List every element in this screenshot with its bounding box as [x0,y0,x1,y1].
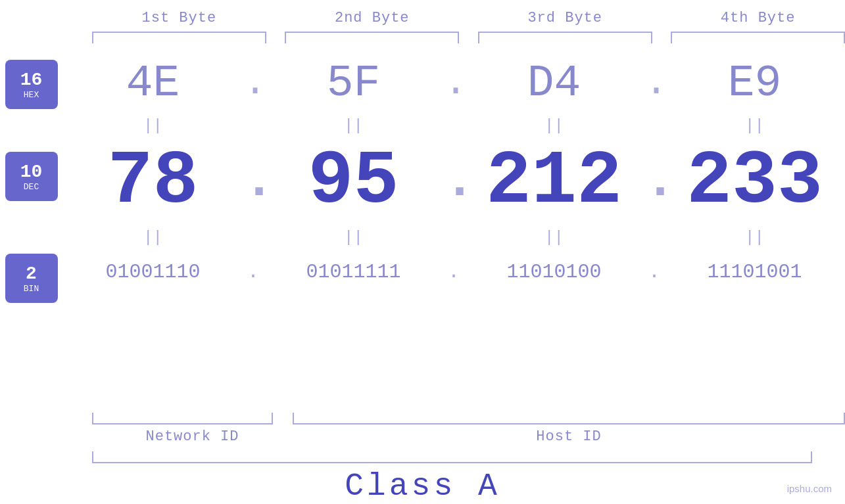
hex-row: 4E . 5F . D4 . E9 [62,53,845,112]
dot-hex-3: . [644,63,664,103]
dec-byte-2: 95 [263,144,444,219]
class-bracket [92,451,812,463]
badges-column: 16 HEX 10 DEC 2 BIN [0,53,62,409]
dec-byte-4: 233 [664,144,845,219]
eq2-1: || [62,229,243,246]
bin-byte-3: 11010100 [464,261,644,283]
dot-dec-3: . [644,155,664,208]
hex-label: HEX [24,90,39,100]
byte-label-3: 3rd Byte [478,10,652,26]
eq2-2: || [263,229,444,246]
hex-byte-4: E9 [664,58,845,108]
dot-hex-1: . [243,63,263,103]
dot-dec-1: . [243,155,263,208]
top-bracket-4 [671,32,845,43]
bottom-brackets [92,413,845,424]
eq1-3: || [464,117,644,135]
bin-row: 01001110 . 01011111 . 11010100 . 1110100… [62,250,845,293]
bin-byte-2: 01011111 [263,261,444,283]
bottom-bracket-1 [92,413,273,424]
watermark: ipshu.com [787,483,832,494]
dec-badge: 10 DEC [5,152,58,201]
bottom-bracket-host [293,413,845,424]
byte-label-2: 2nd Byte [285,10,459,26]
dot-bin-3: . [644,261,664,283]
dot-dec-2: . [444,155,464,208]
eq1-4: || [664,117,845,135]
hex-badge: 16 HEX [5,60,58,109]
main-layout: 1st Byte 2nd Byte 3rd Byte 4th Byte 16 H… [0,0,845,504]
hex-byte-3: D4 [464,58,644,108]
bin-byte-1: 01001110 [62,261,243,283]
bin-badge: 2 BIN [5,254,58,303]
top-brackets [92,32,845,43]
eq1-1: || [62,117,243,135]
dot-bin-2: . [444,261,464,283]
bin-number: 2 [26,263,37,284]
id-labels: Network ID Host ID [92,428,845,445]
main-content: 16 HEX 10 DEC 2 BIN 4E . 5F . D4 [0,53,845,409]
dec-number: 10 [20,162,43,182]
equals-row-1: || || || || [62,112,845,139]
dec-row: 78 . 95 . 212 . 233 [62,139,845,224]
eq1-2: || [263,117,444,135]
eq2-3: || [464,229,644,246]
byte-label-4: 4th Byte [671,10,845,26]
byte-label-1: 1st Byte [92,10,266,26]
class-label-row: Class A [0,469,845,504]
hex-byte-1: 4E [62,58,243,108]
hex-byte-2: 5F [263,58,444,108]
equals-row-2: || || || || [62,224,845,250]
top-bracket-2 [285,32,459,43]
top-bracket-3 [478,32,652,43]
dot-hex-2: . [444,63,464,103]
bin-label: BIN [24,284,39,294]
hex-number: 16 [20,70,43,90]
bin-byte-4: 11101001 [664,261,845,283]
dec-byte-3: 212 [464,144,644,219]
dec-label: DEC [24,182,39,192]
host-id-label: Host ID [293,428,845,445]
byte-labels-row: 1st Byte 2nd Byte 3rd Byte 4th Byte [92,10,845,26]
eq2-4: || [664,229,845,246]
class-label: Class A [345,469,500,504]
network-id-label: Network ID [92,428,293,445]
dec-byte-1: 78 [62,144,243,219]
values-area: 4E . 5F . D4 . E9 || || || || 78 [62,53,845,409]
dot-bin-1: . [243,261,263,283]
class-bracket-line [92,451,812,463]
top-bracket-1 [92,32,266,43]
